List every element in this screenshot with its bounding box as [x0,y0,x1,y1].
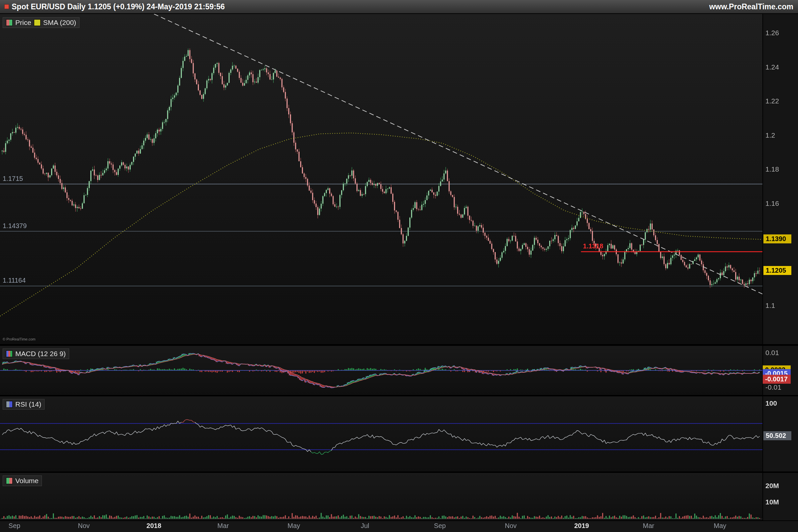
site-link[interactable]: www.ProRealTime.com [709,2,793,11]
sma-icon [34,19,41,26]
rsi-legend-label: RSI (14) [15,400,41,408]
volume-legend-label: Volume [15,477,39,485]
app-icon [5,5,8,8]
volume-legend[interactable]: Volume [3,475,42,486]
macd-legend[interactable]: MACD (12 26 9) [3,348,69,359]
trading-chart-window: 1.261.241.221.21.181.161.11.13901.12051.… [0,0,798,532]
macd-icon [6,350,13,357]
price-legend-label: Price [15,19,31,26]
chart-canvas[interactable] [0,0,798,532]
price-icon [6,19,13,26]
sma-legend-label: SMA (200) [43,19,76,26]
rsi-icon [6,401,13,407]
volume-icon [6,477,13,484]
macd-legend-label: MACD (12 26 9) [15,350,66,358]
rsi-legend[interactable]: RSI (14) [3,399,44,410]
instrument-title: Spot EUR/USD Daily 1.1205 (+0.19%) 24-Ma… [12,2,225,11]
title-bar: Spot EUR/USD Daily 1.1205 (+0.19%) 24-Ma… [0,0,798,14]
price-legend[interactable]: Price SMA (200) [3,17,79,28]
copyright-text: © ProRealTime.com [3,337,36,341]
